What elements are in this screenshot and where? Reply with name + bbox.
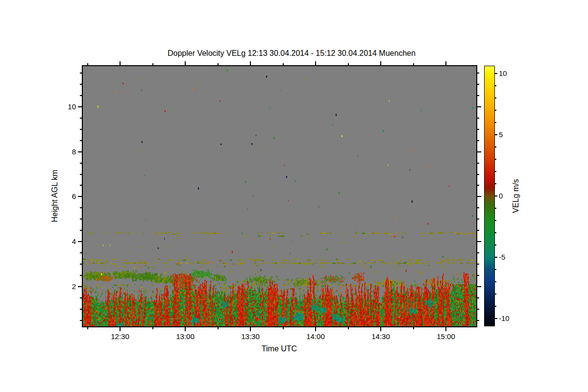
- colorbar-minor-tick: [495, 183, 496, 184]
- y-minor-tick: [477, 275, 479, 276]
- y-major-tick: [78, 151, 82, 152]
- colorbar-tick-label: -10: [499, 314, 510, 322]
- y-minor-tick: [80, 185, 82, 186]
- y-minor-tick: [80, 129, 82, 130]
- y-minor-tick: [80, 219, 82, 220]
- y-minor-tick: [477, 118, 479, 119]
- x-major-tick: [120, 61, 121, 65]
- x-major-tick: [380, 61, 381, 65]
- y-major-tick: [477, 151, 481, 152]
- y-minor-tick: [477, 264, 479, 265]
- y-minor-tick: [477, 174, 479, 175]
- x-tick-label: 14:30: [364, 332, 398, 341]
- y-minor-tick: [477, 73, 479, 74]
- colorbar-major-tick: [495, 196, 497, 196]
- y-minor-tick: [80, 264, 82, 265]
- y-minor-tick: [80, 140, 82, 141]
- y-minor-tick: [80, 73, 82, 74]
- x-minor-tick: [348, 63, 349, 65]
- x-major-tick: [380, 327, 381, 331]
- y-tick-label: 10: [54, 102, 76, 111]
- x-minor-tick: [218, 63, 219, 65]
- x-major-tick: [185, 61, 186, 65]
- y-minor-tick: [477, 129, 479, 130]
- x-minor-tick: [87, 327, 88, 329]
- y-minor-tick: [477, 140, 479, 141]
- plot-frame: [82, 65, 477, 327]
- colorbar-minor-tick: [495, 159, 496, 160]
- colorbar-minor-tick: [495, 269, 496, 270]
- y-major-tick: [477, 196, 481, 197]
- x-minor-tick: [413, 327, 414, 329]
- x-minor-tick: [283, 327, 284, 329]
- y-tick-label: 2: [54, 282, 76, 291]
- colorbar-minor-tick: [495, 147, 496, 147]
- y-minor-tick: [80, 84, 82, 85]
- colorbar-minor-tick: [495, 245, 496, 245]
- x-minor-tick: [283, 63, 284, 65]
- colorbar-minor-tick: [495, 294, 496, 294]
- y-minor-tick: [80, 118, 82, 119]
- x-tick-label: 14:00: [298, 332, 333, 341]
- colorbar-major-tick: [495, 73, 497, 74]
- colorbar-minor-tick: [495, 85, 496, 86]
- y-minor-tick: [80, 163, 82, 164]
- y-minor-tick: [80, 297, 82, 298]
- x-major-tick: [120, 327, 121, 331]
- y-major-tick: [477, 241, 481, 242]
- x-minor-tick: [218, 327, 219, 329]
- colorbar-minor-tick: [495, 171, 496, 172]
- x-major-tick: [250, 327, 251, 331]
- y-minor-tick: [477, 95, 479, 96]
- colorbar-minor-tick: [495, 122, 496, 123]
- x-axis-label: Time UTC: [262, 344, 297, 353]
- colorbar-tick-label: -5: [499, 253, 505, 261]
- doppler-velocity-chart: Doppler Velocity VELg 12:13 30.04.2014 -…: [0, 0, 588, 392]
- y-minor-tick: [80, 252, 82, 253]
- y-tick-label: 4: [54, 237, 76, 245]
- x-major-tick: [315, 61, 316, 65]
- y-minor-tick: [477, 320, 479, 321]
- x-major-tick: [250, 61, 251, 65]
- y-major-tick: [78, 196, 82, 197]
- x-minor-tick: [413, 63, 414, 65]
- x-minor-tick: [348, 327, 349, 329]
- y-minor-tick: [477, 163, 479, 164]
- x-minor-tick: [152, 63, 153, 65]
- colorbar-minor-tick: [495, 208, 496, 209]
- chart-title: Doppler Velocity VELg 12:13 30.04.2014 -…: [168, 49, 416, 58]
- y-minor-tick: [477, 252, 479, 253]
- colorbar-tick-label: 5: [499, 130, 503, 139]
- colorbar-minor-tick: [495, 98, 496, 98]
- colorbar-major-tick: [495, 318, 497, 319]
- y-minor-tick: [80, 207, 82, 208]
- colorbar-minor-tick: [495, 232, 496, 233]
- colorbar-minor-tick: [495, 281, 496, 282]
- y-major-tick: [78, 106, 82, 107]
- y-major-tick: [78, 241, 82, 242]
- colorbar-minor-tick: [495, 220, 496, 221]
- y-minor-tick: [477, 207, 479, 208]
- y-minor-tick: [80, 320, 82, 321]
- y-minor-tick: [80, 275, 82, 276]
- colorbar-major-tick: [495, 134, 497, 135]
- y-minor-tick: [80, 230, 82, 231]
- y-minor-tick: [80, 174, 82, 175]
- colorbar-tick-label: 0: [499, 192, 503, 200]
- x-major-tick: [445, 61, 446, 65]
- y-major-tick: [477, 106, 481, 107]
- colorbar-minor-tick: [495, 110, 496, 111]
- colorbar-major-tick: [495, 257, 497, 258]
- y-minor-tick: [80, 95, 82, 96]
- colorbar-minor-tick: [495, 306, 496, 307]
- y-minor-tick: [477, 185, 479, 186]
- x-minor-tick: [152, 327, 153, 329]
- y-major-tick: [477, 286, 481, 287]
- x-major-tick: [315, 327, 316, 331]
- y-minor-tick: [477, 84, 479, 85]
- x-tick-label: 15:00: [429, 332, 463, 341]
- y-major-tick: [78, 286, 82, 287]
- x-tick-label: 13:00: [168, 332, 202, 341]
- x-major-tick: [445, 327, 446, 331]
- x-minor-tick: [87, 63, 88, 65]
